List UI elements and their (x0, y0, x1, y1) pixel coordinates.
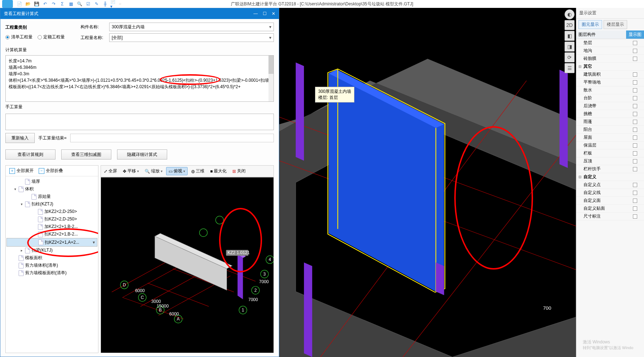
grid-icon[interactable]: ▦ (67, 1, 74, 7)
checkbox[interactable] (633, 57, 637, 61)
tab-view-elements[interactable]: 图元显示 (578, 20, 602, 29)
page-icon (19, 263, 24, 268)
tree-node[interactable]: 扣KZ2<2,D-250> (6, 215, 97, 223)
svg-text:KZ2 1.0121: KZ2 1.0121 (227, 250, 250, 255)
checkbox[interactable] (633, 167, 637, 171)
tab-floor-display[interactable]: 楼层显示 (604, 20, 627, 29)
checkbox[interactable] (633, 214, 637, 219)
undo-icon[interactable]: ↶ (42, 1, 49, 7)
radio-quota-qty[interactable]: 定额工程量 (38, 34, 65, 40)
tree-node[interactable]: 原始量 (6, 193, 97, 200)
list-icon[interactable]: ☰ (565, 63, 575, 73)
tree-node[interactable]: 模板面积 (6, 254, 97, 262)
main-3d-viewport[interactable]: 700 300厚混凝土内墙 楼层: 首层 ◐ 2D ◧ ◨ ⟳ ☰ (279, 8, 576, 357)
checkbox[interactable] (633, 135, 637, 140)
three-d-button[interactable]: ◍三维 (189, 167, 207, 175)
expand-all-button[interactable]: 全部展开 (7, 167, 36, 175)
2d-icon[interactable]: 2D (565, 20, 575, 30)
svg-text:3000: 3000 (151, 299, 161, 304)
tree-node[interactable]: 扣KZ2<2+1,B-2... (6, 230, 97, 238)
maximize-icon[interactable]: ☐ (263, 11, 267, 16)
fullscreen-button[interactable]: ⤢全屏 (102, 167, 119, 175)
collapse-all-button[interactable]: 全部折叠 (37, 167, 65, 175)
checkbox[interactable] (633, 72, 637, 77)
checkbox[interactable] (633, 199, 637, 203)
close-view-button[interactable]: ⊠关闭 (230, 167, 248, 175)
collapse-icon[interactable]: ⊟ (578, 175, 582, 179)
checkbox[interactable] (633, 159, 637, 163)
qty-name-select[interactable]: [全部] (109, 33, 274, 42)
close-icon[interactable]: ✕ (272, 11, 275, 16)
svg-text:7000: 7000 (248, 297, 258, 302)
save-icon[interactable]: 💾 (33, 1, 40, 7)
rules-button[interactable]: 查看计算规则 (5, 149, 55, 160)
page-icon (38, 216, 43, 222)
formula-scrollbar[interactable] (268, 56, 273, 101)
check-icon[interactable]: ☑ (84, 1, 92, 7)
deduct-3d-button[interactable]: 查看三维扣减图 (61, 149, 111, 160)
open-file-icon[interactable]: 📂 (24, 1, 32, 7)
app-logo-icon (2, 0, 13, 8)
checkbox[interactable] (633, 120, 637, 124)
checkbox[interactable] (633, 151, 637, 156)
maximize-button[interactable]: ■最大化 (208, 167, 229, 175)
page-icon (19, 255, 24, 261)
perspective-button[interactable]: ▭俯视 (166, 167, 188, 175)
reenter-button[interactable]: 重新输入 (5, 133, 35, 143)
tree-node[interactable]: 扣KZ2<2+1,A+2... (6, 238, 97, 247)
checkbox[interactable] (633, 88, 637, 92)
rotate-icon[interactable]: ⟳ (565, 52, 575, 62)
manual-result-field[interactable] (70, 134, 274, 142)
checkbox[interactable] (633, 143, 637, 148)
page-icon[interactable]: 📄▾ (110, 1, 117, 7)
checkbox[interactable] (633, 80, 637, 85)
mini-3d-viewport[interactable]: KZ2 1.0121 D C B A (101, 177, 274, 353)
close-icon: ⊠ (232, 169, 236, 174)
checkbox[interactable] (633, 104, 637, 108)
checkbox[interactable] (633, 128, 637, 132)
tree-node[interactable]: ▾体积 (6, 185, 97, 193)
component-name-select[interactable]: 300厚混凝土内墙 (109, 23, 274, 31)
checkbox[interactable] (633, 112, 637, 116)
pan-button[interactable]: ✥平移 (121, 167, 141, 175)
sigma-icon[interactable]: Σ (59, 1, 66, 7)
tree-node[interactable]: ▸扣梁(KLTJ) (6, 247, 97, 254)
calc-dialog: 查看工程量计算式 — ☐ ✕ 工程量类别 清单工程量 定额工程量 构件名称: (0, 8, 279, 357)
tree-node[interactable]: 加KZ2<2,D-250> (6, 208, 97, 215)
formula-line: 体积=(14.7<长度>*6.3846<墙高>*0.3<墙厚>)-(1.0121… (9, 77, 271, 84)
cube-side-icon[interactable]: ◨ (565, 42, 575, 52)
checkbox[interactable] (633, 49, 637, 53)
tree-node[interactable]: 剪力墙模板面积(清单) (6, 269, 97, 277)
tree-panel: 全部展开 全部折叠 墙厚 ▾体积 原始量 ▾扣柱(KZTJ) 加KZ2<2,D-… (5, 165, 98, 353)
redo-icon[interactable]: ↷ (50, 1, 57, 7)
svg-marker-54 (436, 262, 444, 295)
checkbox[interactable] (633, 191, 637, 195)
ruler-icon[interactable]: ╫ (102, 1, 109, 7)
view-icon: ▭ (169, 169, 173, 174)
edit-icon[interactable]: ✎ (93, 1, 100, 7)
manual-result-label: 手工算量结果= (38, 135, 67, 141)
checkbox[interactable] (633, 96, 637, 100)
manual-section-label: 手工算量 (5, 104, 274, 110)
tree-node[interactable]: 墙厚 (6, 178, 97, 185)
manual-input[interactable] (5, 114, 274, 130)
checkbox[interactable] (633, 206, 637, 211)
orbit-icon[interactable]: ◐ (565, 9, 575, 19)
svg-text:A: A (177, 316, 180, 322)
zoom-button[interactable]: 🔍缩放 (142, 167, 165, 175)
tree-node[interactable]: 剪力墙体积(清单) (6, 262, 97, 269)
hide-detail-button[interactable]: 隐藏详细计算式 (117, 149, 167, 160)
cube-front-icon[interactable]: ◧ (565, 31, 575, 41)
collapse-icon[interactable]: ⊟ (578, 65, 582, 68)
tree-node[interactable]: 加KZ2<2+1,B-2... (6, 223, 97, 230)
checkbox[interactable] (633, 41, 637, 45)
new-file-icon[interactable]: 📄 (16, 1, 23, 7)
page-icon (32, 194, 37, 200)
app-title: 广联达BIM土建计量平台 GTJ2018 - [C:\Users\Adminis… (231, 1, 413, 7)
minimize-icon[interactable]: — (253, 11, 258, 16)
magnify-icon[interactable]: 🔍 (76, 1, 83, 7)
display-header: 显示设置 (576, 8, 644, 19)
radio-list-qty[interactable]: 清单工程量 (5, 34, 33, 40)
checkbox[interactable] (633, 183, 637, 187)
tree-node[interactable]: ▾扣柱(KZTJ) (6, 200, 97, 208)
